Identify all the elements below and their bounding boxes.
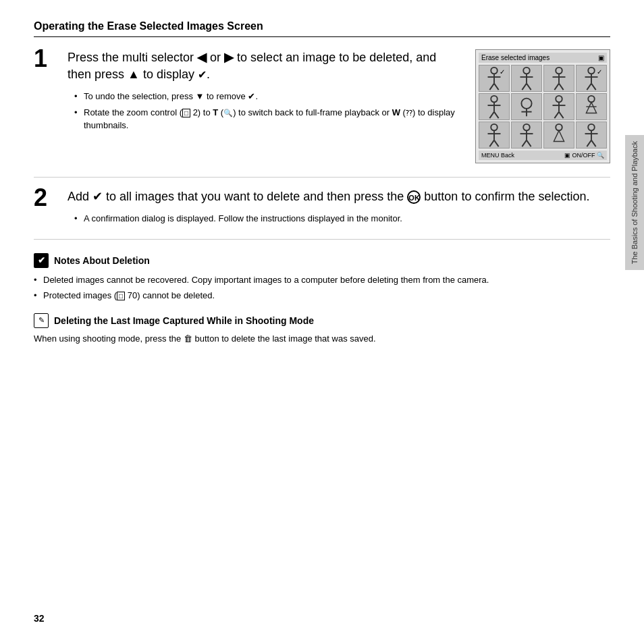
step1-bullets: To undo the selection, press ▼ to remove… [74,90,462,132]
deleting-text: When using shooting mode, press the 🗑 bu… [34,332,610,346]
screen-cell-1: ✓ [479,65,510,92]
screen-cell-11 [543,122,574,149]
svg-point-42 [523,124,530,131]
svg-line-3 [489,84,494,90]
screen-header-right: ▣ [598,54,604,61]
step2-block: 2 Add ✔ to all images that you want to d… [34,188,610,240]
svg-line-46 [527,140,531,147]
svg-line-14 [554,84,559,90]
step1-block: 1 Press the multi selector ◀ or ▶ to sel… [34,49,610,163]
screen-footer: MENU Back ▣ ON/OFF 🔍 [479,151,607,160]
screen-cell-8 [576,93,607,120]
svg-line-34 [559,112,564,119]
screen-grid: ✓ [479,65,607,149]
camera-screen: Erase selected images ▣ [475,49,610,163]
screen-cell-5 [479,93,510,120]
svg-line-52 [591,140,596,147]
svg-line-45 [522,140,527,147]
svg-point-48 [588,124,595,131]
screen-cell-9 [479,122,510,149]
page-container: Operating the Erase Selected Images Scre… [0,0,644,644]
svg-line-9 [522,84,527,90]
deleting-section: ✎ Deleting the Last Image Captured While… [34,313,610,346]
notes-bullet2: Protected images (□ 70) cannot be delete… [34,289,610,302]
deleting-icon: ✎ [34,313,49,328]
svg-point-16 [588,68,595,74]
svg-line-40 [489,140,494,147]
page-number: 32 [34,613,45,624]
svg-line-41 [494,140,499,147]
step1-text-area: Press the multi selector ◀ or ▶ to selec… [68,49,475,135]
svg-point-0 [491,68,498,74]
notes-bullets: Deleted images cannot be recovered. Copy… [34,273,610,302]
svg-line-20 [591,84,596,90]
step1-number: 1 [34,47,68,163]
screen-cell-12 [576,122,607,149]
notes-bullet1: Deleted images cannot be recovered. Copy… [34,273,610,287]
screen-cell-4: ✓ [576,65,607,92]
deleting-header-text: Deleting the Last Image Captured While i… [54,315,314,326]
step1-content: Press the multi selector ◀ or ▶ to selec… [68,49,610,163]
notes-header: ✔ Notes About Deletion [34,253,610,268]
sidebar-bar: The Basics of Shooting and Playback [625,135,644,270]
step2-main-text: Add ✔ to all images that you want to del… [68,188,610,205]
svg-text:✓: ✓ [597,68,602,76]
svg-line-25 [489,112,494,119]
screen-header: Erase selected images ▣ [479,53,607,63]
step2-number: 2 [34,186,68,228]
svg-line-26 [494,112,499,119]
step1-bullet2: Rotate the zoom control (□ 2) to T (🔍) t… [74,106,462,132]
step2-bullets: A confirmation dialog is displayed. Foll… [74,212,610,225]
svg-line-10 [527,84,531,90]
step2-bullet1: A confirmation dialog is displayed. Foll… [74,212,610,225]
svg-line-4 [494,84,499,90]
svg-text:✓: ✓ [500,68,505,76]
screen-footer-right: ▣ ON/OFF 🔍 [564,152,604,159]
screen-cell-6 [511,93,542,120]
svg-point-37 [491,124,498,131]
screen-cell-10 [511,122,542,149]
step1-bullet1: To undo the selection, press ▼ to remove… [74,90,462,103]
svg-line-33 [554,112,559,119]
svg-point-30 [556,96,562,103]
svg-line-15 [559,84,564,90]
svg-point-6 [523,68,530,74]
svg-line-51 [587,140,591,147]
svg-line-19 [587,84,591,90]
screen-cell-2 [511,65,542,92]
step1-row: Press the multi selector ◀ or ▶ to selec… [68,49,610,163]
svg-point-22 [491,96,498,103]
svg-point-27 [521,99,531,109]
svg-point-11 [556,68,562,74]
screen-cell-7 [543,93,574,120]
step1-divider [34,177,610,178]
screen-footer-left: MENU Back [481,152,514,159]
notes-icon: ✔ [34,253,49,268]
sidebar-label: The Basics of Shooting and Playback [630,141,639,264]
screen-cell-3 [543,65,574,92]
screen-header-left: Erase selected images [481,54,549,61]
notes-header-text: Notes About Deletion [54,255,150,266]
deleting-header: ✎ Deleting the Last Image Captured While… [34,313,610,328]
page-title: Operating the Erase Selected Images Scre… [34,20,610,37]
step1-main-text: Press the multi selector ◀ or ▶ to selec… [68,49,462,83]
step2-content: Add ✔ to all images that you want to del… [68,188,610,228]
notes-section: ✔ Notes About Deletion Deleted images ca… [34,253,610,302]
